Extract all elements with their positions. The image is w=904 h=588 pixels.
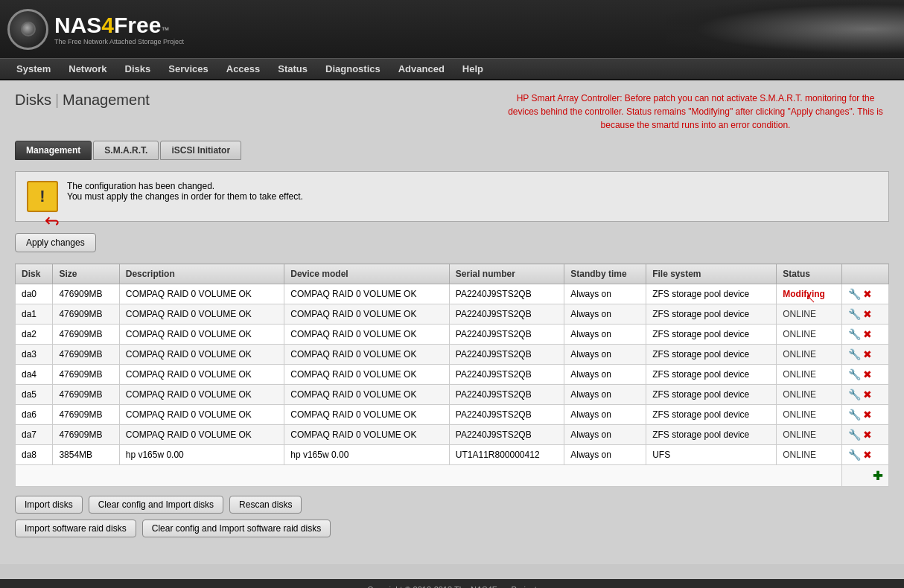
cell-serial: PA2240J9STS2QB [449,365,564,385]
nav-diagnostics[interactable]: Diagnostics [316,60,389,78]
cell-size: 476909MB [53,405,119,425]
cell-disk: da3 [16,345,53,365]
cell-size: 476909MB [53,284,119,304]
edit-icon[interactable]: 🔧 [848,288,860,300]
cell-description: COMPAQ RAID 0 VOLUME OK [119,365,284,385]
delete-icon[interactable]: ✖ [863,429,875,441]
header-decoration [666,0,904,58]
footer: Copyright © 2012-2013 The NAS4Free Proje… [0,579,904,588]
delete-icon[interactable]: ✖ [863,449,875,461]
nav-advanced[interactable]: Advanced [389,60,453,78]
cell-size: 476909MB [53,365,119,385]
import-disks-button[interactable]: Import disks [15,496,83,514]
edit-icon[interactable]: 🔧 [848,389,860,400]
cell-size: 476909MB [53,304,119,325]
cell-filesystem: ZFS storage pool device [646,425,777,445]
cell-device-model: COMPAQ RAID 0 VOLUME OK [284,405,450,425]
clear-config-import-button[interactable]: Clear config and Import disks [89,496,223,514]
delete-icon[interactable]: ✖ [863,348,875,360]
cell-description: COMPAQ RAID 0 VOLUME OK [119,405,284,425]
cell-size: 476909MB [53,345,119,365]
cell-size: 476909MB [53,425,119,445]
tabs: Management S.M.A.R.T. iSCSI Initiator [15,141,889,160]
bottom-buttons: Import disks Clear config and Import dis… [15,496,889,537]
cell-standby: Always on [564,304,646,325]
cell-description: COMPAQ RAID 0 VOLUME OK [119,325,284,345]
delete-icon[interactable]: ✖ [863,409,875,421]
table-row: da0 476909MB COMPAQ RAID 0 VOLUME OK COM… [16,284,889,304]
delete-icon[interactable]: ✖ [863,308,875,320]
edit-icon[interactable]: 🔧 [848,348,860,360]
add-disk-icon[interactable]: ✚ [869,469,882,482]
col-actions [841,264,888,284]
cell-disk: da6 [16,405,53,425]
apply-changes-button[interactable]: Apply changes [15,233,96,252]
cell-description: COMPAQ RAID 0 VOLUME OK [119,284,284,304]
nav-access[interactable]: Access [217,60,270,78]
cell-filesystem: ZFS storage pool device [646,405,777,425]
table-row: da6 476909MB COMPAQ RAID 0 VOLUME OK COM… [16,405,889,425]
cell-actions: 🔧 ✖ [841,304,888,325]
nav-help[interactable]: Help [453,60,492,78]
table-row: da2 476909MB COMPAQ RAID 0 VOLUME OK COM… [16,325,889,345]
col-size: Size [53,264,119,284]
col-device-model: Device model [284,264,450,284]
cell-disk: da2 [16,325,53,345]
cell-filesystem: ZFS storage pool device [646,284,777,304]
clear-config-sw-raid-button[interactable]: Clear config and Import software raid di… [142,520,331,537]
col-description: Description [119,264,284,284]
cell-standby: Always on [564,445,646,465]
cell-status: ONLINE [777,365,842,385]
cell-device-model: COMPAQ RAID 0 VOLUME OK [284,325,450,345]
edit-icon[interactable]: 🔧 [848,368,860,380]
delete-icon[interactable]: ✖ [863,328,875,340]
cell-actions: 🔧 ✖ [841,425,888,445]
edit-icon[interactable]: 🔧 [848,449,860,461]
cell-description: COMPAQ RAID 0 VOLUME OK [119,345,284,365]
edit-icon[interactable]: 🔧 [848,328,860,340]
logo-icon [7,9,48,50]
alert-box: ! The configuration has been changed. Yo… [15,171,889,222]
tab-management[interactable]: Management [15,141,92,160]
cell-disk: da7 [16,425,53,445]
cell-device-model: COMPAQ RAID 0 VOLUME OK [284,425,450,445]
alert-text: The configuration has been changed. You … [67,181,303,202]
cell-filesystem: ZFS storage pool device [646,345,777,365]
cell-standby: Always on [564,385,646,405]
cell-standby: Always on [564,325,646,345]
tab-smart[interactable]: S.M.A.R.T. [93,141,159,160]
edit-icon[interactable]: 🔧 [848,429,860,441]
table-row: da3 476909MB COMPAQ RAID 0 VOLUME OK COM… [16,345,889,365]
cell-actions: 🔧 ✖ [841,284,888,304]
cell-filesystem: ZFS storage pool device [646,304,777,325]
cell-serial: UT1A11R800000412 [449,445,564,465]
nav-disks[interactable]: Disks [116,60,160,78]
header: NAS 4 Free ™ The Free Network Attached S… [0,0,904,58]
rescan-disks-button[interactable]: Rescan disks [229,496,302,514]
footer-copyright: Copyright © 2012-2013 The NAS4Free Proje… [367,585,536,588]
table-row: da1 476909MB COMPAQ RAID 0 VOLUME OK COM… [16,304,889,325]
page-title: Disks|Management [15,92,150,109]
cell-device-model: COMPAQ RAID 0 VOLUME OK [284,345,450,365]
import-sw-raid-button[interactable]: Import software raid disks [15,520,136,537]
delete-icon[interactable]: ✖ [863,368,875,380]
cell-device-model: COMPAQ RAID 0 VOLUME OK [284,365,450,385]
cell-device-model: COMPAQ RAID 0 VOLUME OK [284,385,450,405]
table-row: da7 476909MB COMPAQ RAID 0 VOLUME OK COM… [16,425,889,445]
nav-services[interactable]: Services [159,60,217,78]
logo-circle-inner [21,22,36,36]
delete-icon[interactable]: ✖ [863,288,875,300]
cell-filesystem: ZFS storage pool device [646,365,777,385]
cell-actions: 🔧 ✖ [841,365,888,385]
edit-icon[interactable]: 🔧 [848,409,860,421]
tab-iscsi[interactable]: iSCSI Initiator [160,141,241,160]
nav-network[interactable]: Network [60,60,115,78]
cell-size: 476909MB [53,385,119,405]
edit-icon[interactable]: 🔧 [848,308,860,320]
cell-serial: PA2240J9STS2QB [449,284,564,304]
nav-system[interactable]: System [7,60,60,78]
logo-free: Free [114,13,161,38]
nav-status[interactable]: Status [269,60,316,78]
table-row: da5 476909MB COMPAQ RAID 0 VOLUME OK COM… [16,385,889,405]
delete-icon[interactable]: ✖ [863,389,875,400]
